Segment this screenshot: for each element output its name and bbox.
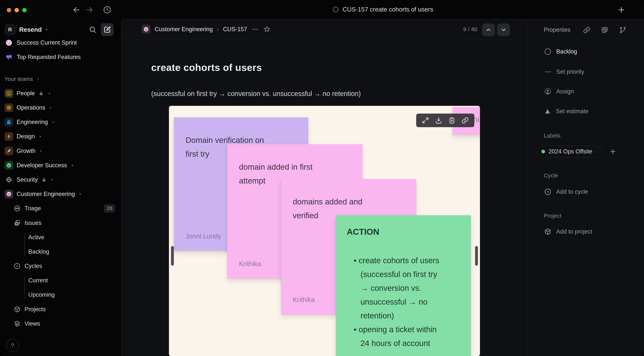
status-selector[interactable]: Backlog xyxy=(544,45,577,58)
sidebar-team-people[interactable]: People xyxy=(4,87,117,100)
megaphone-icon xyxy=(4,53,13,61)
sidebar-item-label: Views xyxy=(24,320,40,327)
sidebar-item-label: Current xyxy=(28,277,48,284)
chevron-down-icon xyxy=(500,26,507,34)
add-to-project-button[interactable]: Add to project xyxy=(544,225,592,238)
previous-issue-button[interactable] xyxy=(482,24,495,36)
link-icon xyxy=(461,116,469,124)
next-issue-button[interactable] xyxy=(497,24,510,36)
status-label: Backlog xyxy=(556,48,577,55)
sidebar-team-growth[interactable]: Growth xyxy=(4,145,117,157)
main-panel: Customer Engineering › CUS-157 9 / 40 cr… xyxy=(121,19,528,356)
sidebar-team-engineering[interactable]: Engineering xyxy=(4,116,117,128)
clipboard-icon xyxy=(448,116,456,124)
image-resize-handle-right[interactable] xyxy=(475,246,478,266)
add-to-project-label: Add to project xyxy=(556,228,592,235)
forward-button[interactable] xyxy=(85,5,94,14)
duplicate-icon xyxy=(601,26,609,34)
project-section-header: Project xyxy=(544,213,561,219)
window-zoom-button[interactable] xyxy=(22,8,26,12)
clock-icon xyxy=(103,5,112,14)
sidebar-item-label: Developer Success xyxy=(16,162,67,169)
compose-icon xyxy=(103,26,111,34)
estimate-icon xyxy=(544,107,551,115)
copy-issue-link-button[interactable] xyxy=(583,26,590,34)
sidebar-item-label: Active xyxy=(28,234,44,241)
whiteboard-image[interactable]: Domain verification on first try Jonni L… xyxy=(169,106,480,356)
favorite-button[interactable] xyxy=(263,25,271,33)
assignee-selector[interactable]: Assign xyxy=(544,85,574,98)
image-toolbar xyxy=(416,114,474,127)
git-branch-button[interactable] xyxy=(619,26,627,34)
sidebar-item-top-requested-features[interactable]: Top Requested Features xyxy=(4,51,117,63)
sidebar-item-cycles[interactable]: Cycles xyxy=(4,260,117,272)
sidebar-team-design[interactable]: Design xyxy=(4,130,117,143)
sidebar-team-developer-success[interactable]: Developer Success xyxy=(4,159,117,171)
priority-selector[interactable]: Set priority xyxy=(544,66,584,78)
back-button[interactable] xyxy=(72,5,81,14)
image-resize-handle-left[interactable] xyxy=(171,246,174,266)
more-options-button[interactable] xyxy=(251,26,259,33)
sidebar-item-label: Cycles xyxy=(24,263,42,269)
chevron-up-icon xyxy=(485,26,492,34)
sidebar-item-current[interactable]: Current xyxy=(4,274,117,287)
sidebar-item-success-current-sprint[interactable]: Success Current Sprint xyxy=(4,37,117,49)
linear-app-window: CUS-157 create cohorts of users R Resend… xyxy=(0,0,644,356)
sidebar-item-triage[interactable]: Triage 26 xyxy=(4,202,117,215)
label-2024-ops-offsite[interactable]: 2024 Ops Offsite xyxy=(536,146,602,157)
chevron-right-icon xyxy=(70,163,75,168)
chevron-right-icon xyxy=(38,134,43,139)
breadcrumb-issue-id[interactable]: CUS-157 xyxy=(223,26,247,33)
workspace-switcher[interactable]: R Resend xyxy=(4,24,117,36)
sidebar-team-operations[interactable]: Operations xyxy=(4,101,117,114)
issue-position-counter: 9 / 40 xyxy=(463,19,477,40)
star-icon xyxy=(263,25,271,33)
backlog-status-icon xyxy=(544,48,552,56)
chevron-right-icon xyxy=(38,148,44,153)
copy-issue-id-button[interactable] xyxy=(601,26,609,34)
assignee-label: Assign xyxy=(556,88,574,95)
download-image-button[interactable] xyxy=(435,116,442,124)
copy-image-button[interactable] xyxy=(448,116,456,124)
expand-image-button[interactable] xyxy=(422,116,430,124)
growth-team-icon xyxy=(4,147,13,155)
sidebar-item-backlog[interactable]: Backlog xyxy=(4,245,117,258)
copy-link-button[interactable] xyxy=(461,116,469,124)
add-to-cycle-label: Add to cycle xyxy=(556,189,588,195)
forward-arrow-icon xyxy=(85,5,94,14)
help-button[interactable]: ? xyxy=(6,339,19,352)
add-to-cycle-button[interactable]: Add to cycle xyxy=(544,186,588,198)
cycles-icon xyxy=(13,262,22,270)
sidebar-item-views[interactable]: Views xyxy=(4,317,117,330)
search-icon xyxy=(88,25,97,34)
cycle-icon xyxy=(544,188,552,196)
new-tab-button[interactable] xyxy=(617,6,626,15)
chevron-right-icon xyxy=(47,91,52,96)
new-issue-button[interactable] xyxy=(101,23,114,36)
triage-count-badge: 26 xyxy=(104,204,115,213)
history-button[interactable] xyxy=(103,5,112,14)
help-label: ? xyxy=(11,342,14,349)
sidebar-team-customer-engineering[interactable]: Customer Engineering xyxy=(4,188,117,200)
git-branch-icon xyxy=(619,26,627,34)
sidebar-team-security[interactable]: Security xyxy=(4,173,117,186)
expand-icon xyxy=(422,116,430,124)
sidebar-item-upcoming[interactable]: Upcoming xyxy=(4,289,117,301)
properties-header: Properties xyxy=(544,24,570,36)
breadcrumb-team[interactable]: Customer Engineering xyxy=(154,26,213,33)
sidebar-item-active[interactable]: Active xyxy=(4,231,117,244)
link-icon xyxy=(583,26,590,34)
window-close-button[interactable] xyxy=(7,8,11,12)
back-arrow-icon xyxy=(72,5,81,14)
estimate-selector[interactable]: Set estimate xyxy=(544,105,588,117)
sidebar-item-label: Backlog xyxy=(28,248,49,255)
label-text: 2024 Ops Offsite xyxy=(548,148,592,155)
search-button[interactable] xyxy=(88,25,97,34)
issue-title[interactable]: create cohorts of users xyxy=(151,62,262,73)
issue-description[interactable]: (successful on first try → conversion vs… xyxy=(151,90,361,98)
your-teams-section-header[interactable]: Your teams xyxy=(4,74,117,84)
sidebar-item-issues[interactable]: Issues xyxy=(4,217,117,229)
add-label-button[interactable] xyxy=(609,148,617,155)
sidebar-item-projects[interactable]: Projects xyxy=(4,303,117,315)
window-minimize-button[interactable] xyxy=(14,8,19,12)
